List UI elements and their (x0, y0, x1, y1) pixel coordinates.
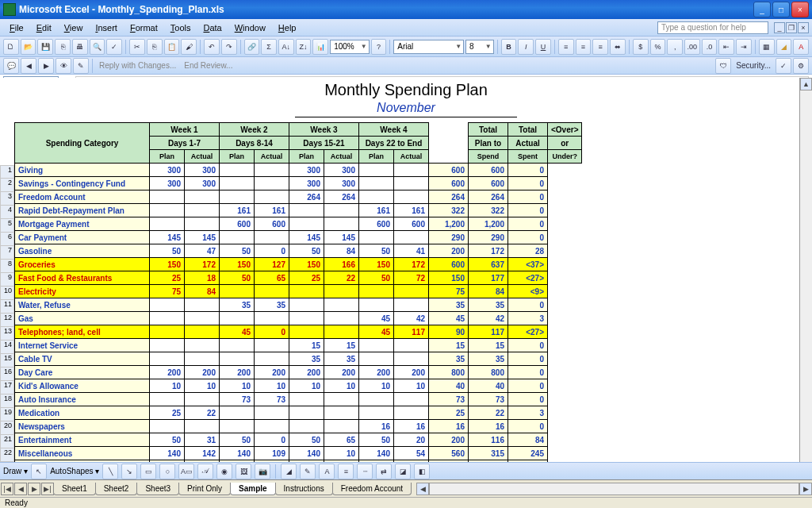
value-cell[interactable]: 10 (324, 379, 359, 393)
value-cell[interactable]: 264 (324, 190, 359, 204)
table-row[interactable]: Auto Insurance737373730 (15, 393, 582, 406)
sheet-tab[interactable]: Instructions (275, 483, 333, 495)
value-cell[interactable] (185, 298, 220, 312)
value-cell[interactable] (289, 298, 324, 312)
value-cell[interactable]: 16 (359, 420, 394, 433)
value-cell[interactable]: 145 (324, 231, 359, 244)
row-header[interactable]: 18 (0, 394, 14, 408)
row-header[interactable]: 6 (0, 233, 14, 246)
value-cell[interactable]: 25 (150, 271, 185, 285)
total-cell[interactable]: 75 (429, 285, 469, 298)
value-cell[interactable] (185, 217, 220, 231)
row-header[interactable]: 3 (0, 192, 14, 206)
value-cell[interactable] (359, 177, 394, 190)
table-row[interactable]: Medication252225223 (15, 406, 582, 420)
row-header[interactable]: 2 (0, 179, 14, 192)
value-cell[interactable] (324, 406, 359, 420)
tab-prev-button[interactable]: ◀ (14, 483, 27, 495)
autoshapes-menu[interactable]: AutoShapes ▾ (50, 467, 99, 475)
value-cell[interactable]: 172 (185, 258, 220, 271)
total-cell[interactable]: 35 (469, 298, 508, 312)
wordart-button[interactable]: 𝒜 (197, 464, 213, 479)
value-cell[interactable]: 150 (150, 258, 185, 271)
table-row[interactable]: Car Payment1451451451452902900 (15, 231, 582, 244)
value-cell[interactable]: 25 (150, 406, 185, 420)
category-cell[interactable]: Entertainment (15, 433, 150, 447)
value-cell[interactable] (394, 164, 429, 177)
value-cell[interactable] (220, 190, 255, 204)
value-cell[interactable] (255, 177, 289, 190)
value-cell[interactable]: 10 (220, 379, 255, 393)
value-cell[interactable] (359, 164, 394, 177)
value-cell[interactable] (255, 420, 289, 433)
value-cell[interactable]: 172 (394, 258, 429, 271)
total-cell[interactable]: 322 (429, 204, 469, 217)
value-cell[interactable]: 84 (185, 285, 220, 298)
value-cell[interactable]: 300 (289, 164, 324, 177)
total-cell[interactable]: 637 (469, 258, 508, 271)
value-cell[interactable] (289, 393, 324, 406)
value-cell[interactable] (324, 285, 359, 298)
value-cell[interactable]: 140 (150, 447, 185, 460)
sheet-tab[interactable]: Sample (230, 483, 276, 495)
value-cell[interactable] (185, 325, 220, 339)
table-row[interactable]: Telephones; land, cell4504511790117<27> (15, 325, 582, 339)
total-cell[interactable]: 0 (508, 352, 548, 366)
value-cell[interactable]: 140 (359, 447, 394, 460)
menu-help[interactable]: Help (272, 21, 303, 34)
total-cell[interactable]: 315 (469, 447, 508, 460)
table-row[interactable]: Miscellaneous140142140109140101405456031… (15, 447, 582, 460)
total-cell[interactable]: 45 (429, 312, 469, 325)
value-cell[interactable] (359, 298, 394, 312)
table-row[interactable]: Entertainment50315005065502020011684 (15, 433, 582, 447)
value-cell[interactable]: 50 (220, 271, 255, 285)
total-cell[interactable]: 0 (508, 217, 548, 231)
total-cell[interactable]: 245 (508, 447, 548, 460)
value-cell[interactable]: 145 (150, 231, 185, 244)
menu-tools[interactable]: Tools (164, 21, 197, 34)
value-cell[interactable]: 65 (324, 433, 359, 447)
open-button[interactable]: 📂 (21, 39, 36, 55)
oval-button[interactable]: ○ (159, 464, 175, 479)
value-cell[interactable]: 300 (289, 177, 324, 190)
value-cell[interactable]: 84 (324, 244, 359, 258)
value-cell[interactable] (289, 217, 324, 231)
total-cell[interactable]: 117 (469, 325, 508, 339)
font-name-select[interactable]: Arial▼ (393, 40, 464, 54)
value-cell[interactable]: 50 (289, 433, 324, 447)
value-cell[interactable] (185, 352, 220, 366)
spending-plan-table[interactable]: Spending Category Week 1 Week 2 Week 3 W… (14, 122, 582, 479)
category-cell[interactable]: Gasoline (15, 244, 150, 258)
value-cell[interactable]: 161 (359, 204, 394, 217)
value-cell[interactable] (185, 204, 220, 217)
end-review-button[interactable]: End Review... (181, 61, 236, 70)
total-cell[interactable]: 40 (429, 379, 469, 393)
sheet-tab[interactable]: Sheet2 (95, 483, 138, 495)
value-cell[interactable]: 200 (324, 366, 359, 379)
horizontal-scrollbar[interactable]: ◀ ▶ (416, 483, 812, 495)
paste-button[interactable]: 📋 (164, 39, 180, 55)
category-cell[interactable]: Telephones; land, cell (15, 325, 150, 339)
value-cell[interactable] (394, 231, 429, 244)
category-cell[interactable]: Medication (15, 406, 150, 420)
value-cell[interactable] (289, 325, 324, 339)
increase-indent-button[interactable]: ⇥ (736, 39, 752, 55)
total-cell[interactable]: 0 (508, 190, 548, 204)
row-header[interactable]: 17 (0, 381, 14, 394)
total-cell[interactable]: 84 (508, 433, 548, 447)
value-cell[interactable]: 109 (255, 447, 289, 460)
row-header[interactable]: 10 (0, 287, 14, 300)
value-cell[interactable] (185, 190, 220, 204)
total-cell[interactable]: 15 (429, 339, 469, 352)
total-cell[interactable]: 73 (429, 393, 469, 406)
maximize-button[interactable]: □ (772, 2, 790, 17)
new-button[interactable]: 🗋 (3, 39, 19, 55)
value-cell[interactable]: 200 (394, 366, 429, 379)
value-cell[interactable] (150, 393, 185, 406)
value-cell[interactable] (220, 339, 255, 352)
value-cell[interactable]: 117 (394, 325, 429, 339)
value-cell[interactable]: 18 (185, 271, 220, 285)
value-cell[interactable] (255, 190, 289, 204)
value-cell[interactable]: 47 (185, 244, 220, 258)
category-cell[interactable]: Auto Insurance (15, 393, 150, 406)
